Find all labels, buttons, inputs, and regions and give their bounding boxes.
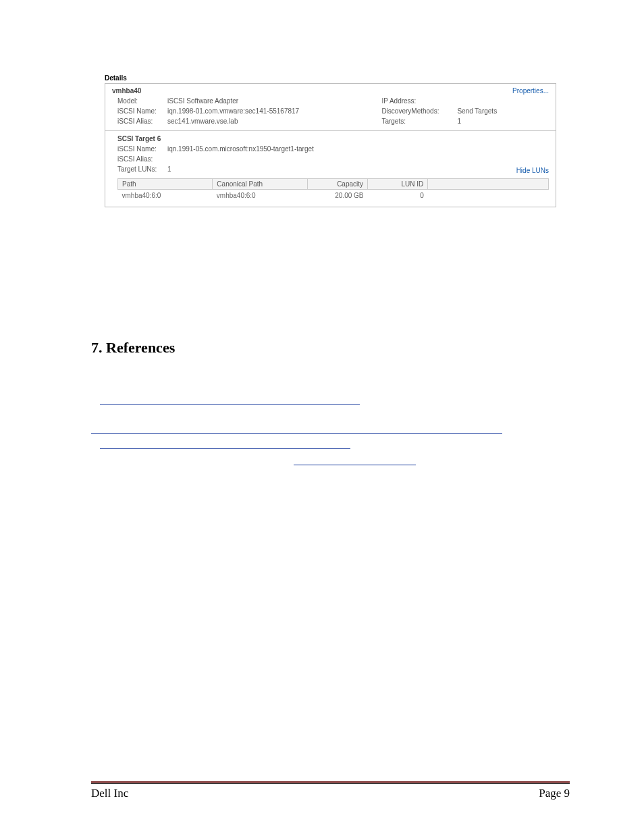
col-canonical[interactable]: Canonical Path [213, 179, 307, 190]
cell-capacity: 20.00 GB [307, 190, 367, 202]
ref-item-4: 4. Microsoft Windows Unified Data Storag… [91, 451, 570, 465]
discovery-value: Send Targets [457, 106, 497, 116]
cell-path: vmhba40:6:0 [118, 190, 213, 202]
ref-item-3: 3. VMware executive summary on iSCSI [91, 436, 570, 450]
ref-item-2: 2. Dell Engineering document on VMware E… [91, 407, 570, 434]
references-heading: 7. References [91, 339, 570, 357]
footer: Dell Inc Page 9 [91, 781, 570, 800]
iscsi-name-value: iqn.1998-01.com.vmware:sec141-55167817 [167, 106, 299, 116]
ref-bullet: 2. [91, 408, 98, 418]
target-luns-value: 1 [167, 164, 171, 174]
scsi-target-title: SCSI Target 6 [117, 135, 549, 142]
target-iscsi-name-label: iSCSI Name: [117, 144, 167, 154]
ip-address-label: IP Address: [381, 96, 457, 106]
ref-link-4[interactable]: white paper [294, 451, 416, 465]
discovery-label: DiscoveryMethods: [381, 106, 457, 116]
targets-value: 1 [457, 116, 461, 126]
iscsi-alias-value: sec141.vmware.vse.lab [167, 116, 238, 126]
footer-left: Dell Inc [91, 787, 128, 800]
hide-luns-link[interactable]: Hide LUNs [516, 167, 549, 174]
properties-link[interactable]: Properties... [512, 87, 549, 95]
ref-link-3[interactable]: VMware executive summary on iSCSI [100, 436, 350, 450]
ref-link-1[interactable]: VMware iSCSI SAN configuration guide [100, 390, 360, 405]
adapter-name: vmhba40 [112, 87, 549, 95]
ref-text-2: Dell Engineering document on [100, 408, 208, 418]
ref-text-4: Microsoft Windows Unified Data Storage S… [100, 452, 294, 463]
targets-label: Targets: [381, 116, 457, 126]
details-panel: vmhba40 Properties... Model: iSCSI Softw… [105, 83, 556, 207]
target-iscsi-name-value: iqn.1991-05.com.microsoft:nx1950-target1… [167, 144, 314, 154]
ref-item-1: 1. VMware iSCSI SAN configuration guide [91, 390, 570, 405]
details-label: Details [105, 74, 570, 82]
ref-bullet: 4. [91, 452, 98, 463]
col-capacity[interactable]: Capacity [307, 179, 367, 190]
ref-bullet: 1. [91, 392, 98, 402]
references-list: 1. VMware iSCSI SAN configuration guide … [91, 390, 570, 465]
col-spacer [428, 179, 549, 190]
cell-lunid: 0 [368, 190, 428, 202]
model-label: Model: [117, 96, 167, 106]
target-iscsi-alias-label: iSCSI Alias: [117, 154, 167, 164]
iscsi-name-label: iSCSI Name: [117, 106, 167, 116]
target-luns-label: Target LUNs: [117, 164, 167, 174]
ref-link-2[interactable]: VMware ESX 3.01 with iSCSI storage & Pow… [91, 419, 502, 434]
footer-right: Page 9 [539, 787, 570, 800]
model-value: iSCSI Software Adapter [167, 96, 238, 106]
ref-bullet: 3. [91, 437, 98, 447]
lun-table: Path Canonical Path Capacity LUN ID vmhb… [117, 178, 549, 201]
cell-canonical: vmhba40:6:0 [213, 190, 307, 202]
col-path[interactable]: Path [118, 179, 213, 190]
col-lunid[interactable]: LUN ID [368, 179, 428, 190]
iscsi-alias-label: iSCSI Alias: [117, 116, 167, 126]
table-row[interactable]: vmhba40:6:0 vmhba40:6:0 20.00 GB 0 [118, 190, 549, 202]
